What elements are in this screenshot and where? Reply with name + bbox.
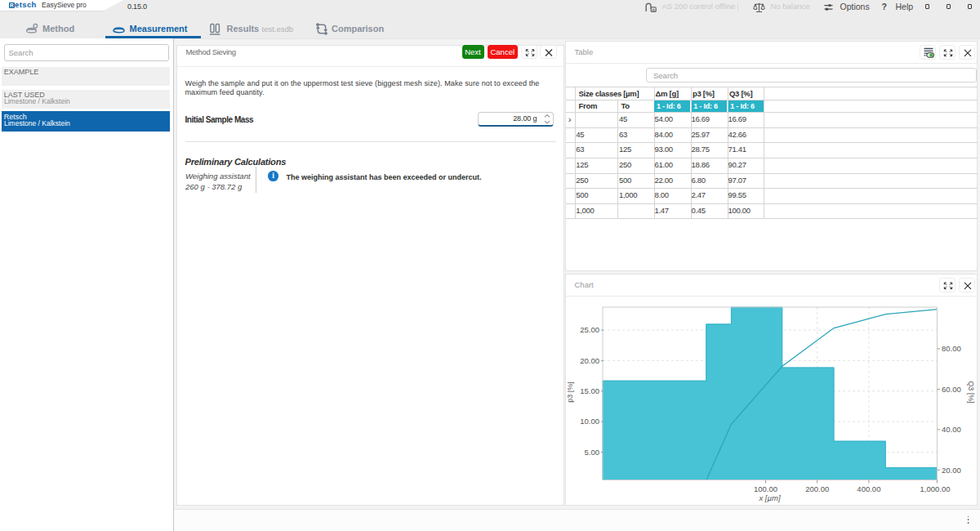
svg-text:100.00: 100.00 bbox=[754, 484, 777, 493]
svg-text:400.00: 400.00 bbox=[857, 484, 880, 493]
svg-text:20.00: 20.00 bbox=[942, 466, 961, 475]
svg-text:x [µm]: x [µm] bbox=[758, 493, 780, 502]
svg-text:10.00: 10.00 bbox=[580, 417, 599, 426]
svg-text:80.00: 80.00 bbox=[942, 344, 961, 353]
svg-text:200.00: 200.00 bbox=[805, 484, 829, 493]
svg-text:25.00: 25.00 bbox=[580, 325, 599, 334]
svg-text:20.00: 20.00 bbox=[580, 356, 599, 365]
svg-text:60.00: 60.00 bbox=[942, 385, 961, 394]
svg-text:15.00: 15.00 bbox=[580, 386, 599, 395]
svg-text:40.00: 40.00 bbox=[942, 425, 961, 434]
svg-text:Q3 [%]: Q3 [%] bbox=[967, 381, 975, 404]
svg-text:1,000.00: 1,000.00 bbox=[920, 484, 951, 493]
svg-text:p3 [%]: p3 [%] bbox=[568, 382, 574, 403]
svg-text:5.00: 5.00 bbox=[585, 448, 600, 457]
